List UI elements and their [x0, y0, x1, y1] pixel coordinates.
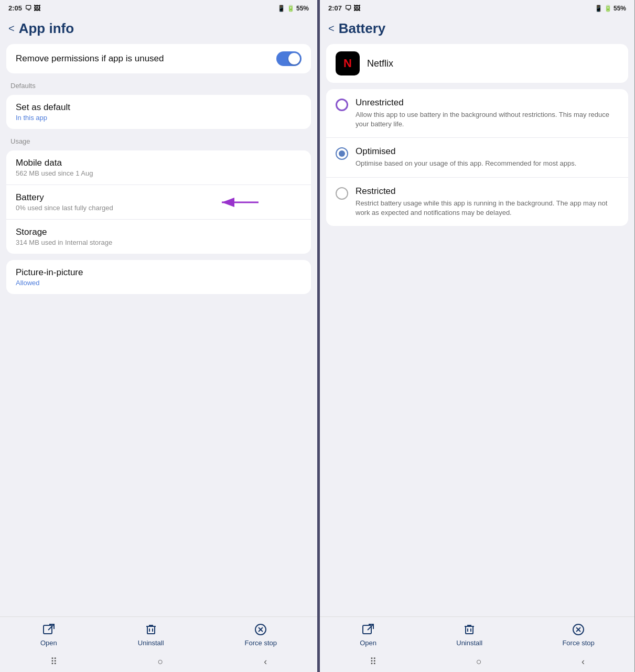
open-icon-left	[41, 622, 56, 637]
notification-icons-left: 🗨 🖼	[25, 4, 40, 12]
force-stop-label-left: Force stop	[245, 639, 277, 647]
uninstall-label-left: Uninstall	[138, 639, 164, 647]
permissions-toggle[interactable]	[276, 51, 302, 66]
nav-bar-left: ⠿ ○ ‹	[0, 651, 317, 672]
optimised-radio[interactable]	[336, 147, 348, 160]
mobile-data-item[interactable]: Mobile data 562 MB used since 1 Aug	[6, 150, 311, 185]
battery-options-card: Unrestricted Allow this app to use batte…	[326, 89, 628, 226]
pip-title: Picture-in-picture	[16, 267, 302, 278]
storage-subtitle: 314 MB used in Internal storage	[16, 239, 302, 246]
set-as-default-item[interactable]: Set as default In this app	[6, 95, 311, 129]
status-time-right: 2:07 🗨 🖼	[328, 4, 360, 12]
permissions-label: Remove permissions if app is unused	[16, 53, 276, 64]
bottom-toolbar-left: Open Uninstall F	[0, 616, 317, 651]
app-header-card: N Netflix	[326, 44, 628, 83]
svg-rect-10	[363, 625, 371, 634]
page-header-left: < App info	[0, 14, 317, 41]
permissions-card: Remove permissions if app is unused	[6, 44, 311, 73]
svg-rect-2	[44, 625, 52, 634]
bottom-toolbar-right: Open Uninstall F	[320, 616, 634, 651]
force-stop-icon-right	[571, 622, 586, 637]
page-header-right: < Battery	[320, 14, 634, 41]
usage-card: Mobile data 562 MB used since 1 Aug Batt…	[6, 150, 311, 254]
restricted-option[interactable]: Restricted Restrict battery usage while …	[326, 178, 628, 226]
unrestricted-radio[interactable]	[336, 99, 348, 111]
uninstall-icon-right	[462, 622, 477, 637]
force-stop-label-right: Force stop	[562, 639, 594, 647]
page-title-right: Battery	[339, 20, 386, 37]
battery-right: 55%	[614, 5, 626, 12]
defaults-card: Set as default In this app	[6, 95, 311, 129]
storage-item[interactable]: Storage 314 MB used in Internal storage	[6, 220, 311, 254]
unrestricted-desc: Allow this app to use battery in the bac…	[356, 110, 619, 129]
storage-title: Storage	[16, 227, 302, 237]
defaults-section-label: Defaults	[0, 77, 317, 92]
nav-back-right[interactable]: ‹	[582, 656, 585, 667]
nav-menu-left[interactable]: ⠿	[50, 656, 57, 667]
force-stop-icon-left	[253, 622, 268, 637]
usage-section-label: Usage	[0, 132, 317, 147]
optimised-desc: Optimise based on your usage of this app…	[356, 159, 619, 168]
page-title-left: App info	[19, 20, 74, 37]
pip-item[interactable]: Picture-in-picture Allowed	[6, 260, 311, 294]
uninstall-label-right: Uninstall	[456, 639, 482, 647]
open-icon-right	[361, 622, 375, 637]
pip-card: Picture-in-picture Allowed	[6, 260, 311, 294]
back-button-right[interactable]: <	[328, 23, 335, 35]
unrestricted-title: Unrestricted	[356, 97, 619, 108]
svg-rect-4	[147, 626, 155, 634]
restricted-radio[interactable]	[336, 187, 348, 200]
app-name: Netflix	[367, 58, 393, 69]
notification-icons-right: 🗨 🖼	[345, 4, 360, 12]
nav-bar-right: ⠿ ○ ‹	[320, 651, 634, 672]
mobile-data-title: Mobile data	[16, 158, 302, 168]
open-button-left[interactable]: Open	[40, 622, 57, 647]
optimised-radio-inner	[339, 150, 345, 157]
left-screen: 2:05 🗨 🖼 📱 🔋 55% < App info Remove permi…	[0, 0, 317, 672]
right-screen: 2:07 🗨 🖼 📱 🔋 55% < Battery N Netflix Unr…	[317, 0, 634, 672]
purple-arrow-icon	[217, 194, 264, 210]
open-button-right[interactable]: Open	[360, 622, 376, 647]
unrestricted-option[interactable]: Unrestricted Allow this app to use batte…	[326, 89, 628, 138]
status-bar-right: 2:07 🗨 🖼 📱 🔋 55%	[320, 0, 634, 14]
back-button-left[interactable]: <	[8, 23, 15, 35]
time-right: 2:07	[328, 4, 342, 12]
set-default-title: Set as default	[16, 102, 302, 113]
mobile-data-subtitle: 562 MB used since 1 Aug	[16, 169, 302, 177]
optimised-option[interactable]: Optimised Optimise based on your usage o…	[326, 138, 628, 177]
uninstall-icon-left	[144, 622, 158, 637]
nav-home-right[interactable]: ○	[476, 656, 482, 667]
netflix-icon: N	[336, 51, 360, 75]
uninstall-button-right[interactable]: Uninstall	[456, 622, 482, 647]
force-stop-button-left[interactable]: Force stop	[245, 622, 277, 647]
battery-left: 55%	[296, 5, 309, 12]
permissions-item[interactable]: Remove permissions if app is unused	[6, 44, 311, 73]
uninstall-button-left[interactable]: Uninstall	[138, 622, 164, 647]
optimised-title: Optimised	[356, 146, 619, 157]
svg-rect-12	[466, 626, 473, 634]
force-stop-button-right[interactable]: Force stop	[562, 622, 594, 647]
open-label-right: Open	[360, 639, 376, 647]
restricted-desc: Restrict battery usage while this app is…	[356, 199, 619, 218]
nav-back-left[interactable]: ‹	[264, 656, 267, 667]
battery-item[interactable]: Battery 0% used since last fully charged	[6, 185, 311, 220]
status-time-left: 2:05 🗨 🖼	[8, 4, 40, 12]
set-default-subtitle: In this app	[16, 114, 302, 122]
nav-home-left[interactable]: ○	[158, 656, 164, 667]
restricted-title: Restricted	[356, 186, 619, 197]
pip-subtitle: Allowed	[16, 279, 302, 287]
open-label-left: Open	[40, 639, 57, 647]
status-icons-right: 📱 🔋 55%	[595, 5, 626, 12]
time-left: 2:05	[8, 4, 22, 12]
nav-menu-right[interactable]: ⠿	[370, 656, 376, 667]
status-bar-left: 2:05 🗨 🖼 📱 🔋 55%	[0, 0, 317, 14]
status-icons-left: 📱 🔋 55%	[277, 5, 309, 12]
